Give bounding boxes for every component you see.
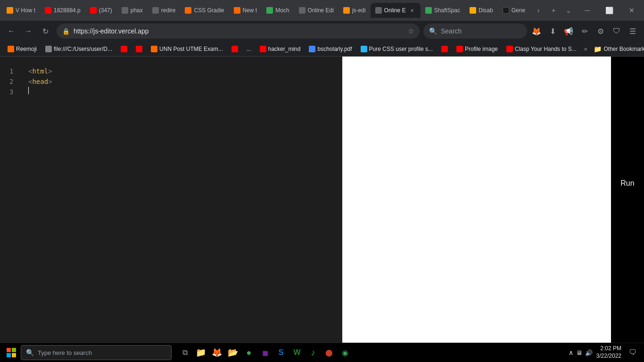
tab-js-edi[interactable]: js-edi — [339, 3, 371, 18]
pen-button[interactable]: ✏ — [577, 24, 592, 39]
code-line-1: <html> — [28, 66, 333, 76]
tab-phax[interactable]: phax — [117, 3, 148, 18]
editor-panel[interactable]: 1 2 3 <html> <head> — [0, 57, 342, 343]
maximize-button[interactable]: ⬜ — [599, 0, 620, 21]
other-bookmarks-folder[interactable]: 📁 Other Bookmarks — [591, 43, 644, 55]
bookmark-label-pure-css: Pure CSS user profile s... — [369, 46, 433, 52]
refresh-button[interactable]: ↻ — [38, 24, 53, 39]
bookmark-11[interactable] — [438, 43, 452, 55]
bookmarks-more-button[interactable]: » — [581, 43, 590, 55]
taskbar-writer-w[interactable]: W — [289, 345, 305, 360]
menu-button[interactable]: ☰ — [625, 24, 640, 39]
bookmark-label-hacker: hacker_mind — [268, 46, 301, 52]
bookmark-label-profile: Profile image — [465, 46, 498, 52]
taskbar-chrome[interactable]: ● — [241, 345, 256, 360]
bookmark-icon-profile — [456, 46, 463, 52]
bookmark-bscholarly[interactable]: bscholarly.pdf — [305, 43, 355, 55]
taskbar-search-box[interactable]: 🔍 Type here to search — [21, 345, 172, 360]
navigation-bar: ← → ↻ 🔒 https://js-editor.vercel.app ☆ 🔍… — [0, 21, 644, 41]
media-button[interactable]: 📢 — [561, 24, 576, 39]
tray-volume-icon[interactable]: 🔊 — [585, 349, 593, 356]
forward-button[interactable]: → — [21, 24, 36, 39]
url-text: https://js-editor.vercel.app — [74, 27, 404, 35]
tab-favicon-3 — [90, 7, 97, 14]
bookmark-star-icon[interactable]: ☆ — [408, 27, 414, 35]
back-button[interactable]: ← — [4, 24, 19, 39]
tray-arrow-up-icon[interactable]: ∧ — [569, 349, 573, 356]
taskbar-time: 2:02 PM — [600, 345, 621, 353]
tab-label-14: Gene — [512, 7, 525, 14]
tab-347[interactable]: (347) — [85, 3, 117, 18]
bookmark-clasp[interactable]: Clasp Your Hands to S... — [503, 43, 580, 55]
new-tab-button[interactable]: + — [547, 4, 560, 17]
windows-start-button[interactable] — [4, 345, 19, 360]
bookmark-profile[interactable]: Profile image — [453, 43, 502, 55]
bookmark-file[interactable]: file:///C:/Users/user/D... — [41, 43, 116, 55]
tab-favicon-6 — [185, 7, 191, 14]
taskbar-task-view[interactable]: ⧉ — [177, 345, 192, 360]
address-bar[interactable]: 🔒 https://js-editor.vercel.app ☆ — [57, 24, 420, 39]
bookmark-6[interactable] — [228, 43, 242, 55]
tab-moch[interactable]: Moch — [262, 3, 294, 18]
bookmark-reemoji[interactable]: Reemoji — [4, 43, 41, 55]
taskbar-clock[interactable]: 2:02 PM 3/22/2022 — [596, 345, 621, 360]
scroll-tabs-right-button[interactable]: › — [532, 4, 545, 17]
bookmark-icon-unn — [151, 46, 157, 52]
tab-label-10: js-edi — [352, 7, 366, 14]
other-bookmarks-label: Other Bookmarks — [603, 46, 644, 52]
line-number-3: 3 — [9, 87, 13, 97]
tab-disab[interactable]: Disab — [465, 3, 498, 18]
tab-online-edi[interactable]: Online Edi — [294, 3, 339, 18]
tab-controls: › + ⌄ — [532, 4, 575, 17]
tab-favicon-7 — [234, 7, 240, 14]
settings-button[interactable]: ⚙ — [593, 24, 608, 39]
tab-1828884[interactable]: 1828884.p — [40, 3, 85, 18]
tab-online-active[interactable]: Online E ✕ — [371, 3, 421, 18]
editor-content: <html> <head> — [28, 66, 333, 94]
taskbar-notification-button[interactable]: 🗨 — [625, 345, 640, 360]
taskbar-file-explorer[interactable]: 📁 — [193, 345, 208, 360]
head-tag: head — [32, 78, 48, 85]
tab-css-gradient[interactable]: CSS Gradie — [180, 3, 229, 18]
run-button[interactable]: Run — [620, 179, 634, 188]
close-button[interactable]: ✕ — [621, 0, 642, 21]
taskbar-firefox[interactable]: 🦊 — [209, 345, 224, 360]
run-panel: Run — [611, 57, 644, 343]
taskbar-squarely[interactable]: ◼ — [257, 345, 272, 360]
search-box[interactable]: 🔍 Search — [423, 24, 527, 39]
tab-favicon-2 — [45, 7, 51, 14]
tab-bar: V How t 1828884.p (347) phax redire CSS … — [0, 0, 644, 21]
download-button[interactable]: ⬇ — [545, 24, 560, 39]
firefox-account-button[interactable]: 🦊 — [529, 24, 544, 39]
tab-shaftspace[interactable]: ShaftSpac — [421, 3, 465, 18]
tab-redire[interactable]: redire — [148, 3, 181, 18]
tab-favicon-12 — [425, 7, 432, 14]
tab-favicon-1 — [7, 7, 13, 14]
bookmark-4[interactable] — [132, 43, 146, 55]
tab-dropdown-button[interactable]: ⌄ — [562, 4, 575, 17]
tab-favicon-5 — [152, 7, 159, 14]
window-controls: ─ ⬜ ✕ — [577, 0, 642, 21]
tab-close-button[interactable]: ✕ — [408, 7, 416, 14]
minimize-button[interactable]: ─ — [577, 0, 598, 21]
tab-v-how[interactable]: V How t — [2, 3, 40, 18]
bookmark-hacker[interactable]: hacker_mind — [256, 43, 305, 55]
bookmark-unn[interactable]: UNN Post UTME Exam... — [147, 43, 227, 55]
bookmark-pure-css[interactable]: Pure CSS user profile s... — [357, 43, 437, 55]
taskbar-file-manager[interactable]: 📂 — [225, 345, 240, 360]
bookmark-3[interactable] — [117, 43, 131, 55]
svg-rect-2 — [7, 353, 11, 357]
tray-network-icon[interactable]: 🖥 — [576, 349, 582, 356]
tab-label-4: phax — [131, 7, 143, 14]
tab-new[interactable]: New t — [229, 3, 262, 18]
bookmark-dots[interactable]: ... — [243, 43, 255, 55]
bookmark-icon-4 — [136, 46, 142, 52]
taskbar-spotify[interactable]: ♪ — [305, 345, 321, 360]
shield-button[interactable]: 🛡 — [609, 24, 624, 39]
tab-gene[interactable]: Gene — [498, 3, 530, 18]
taskbar-obs[interactable]: ⬤ — [322, 345, 337, 360]
tab-favicon-4 — [122, 7, 128, 14]
taskbar-writer-s[interactable]: S — [273, 345, 289, 360]
tab-label-12: ShaftSpac — [434, 7, 460, 14]
taskbar-chrome2[interactable]: ◉ — [338, 345, 353, 360]
